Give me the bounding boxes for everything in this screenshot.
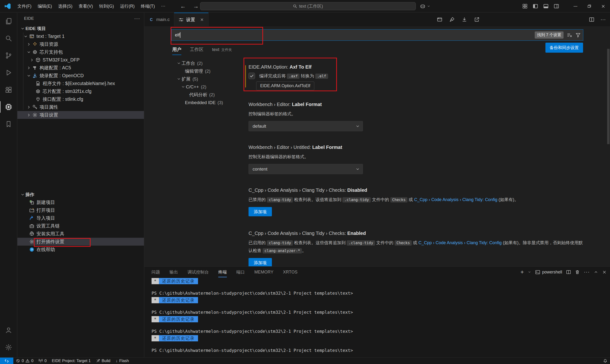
serial-port-status[interactable]: 0 [36,358,49,364]
panel-tab-端口[interactable]: 端口 [236,267,245,277]
tree-item-action-1[interactable]: 打开项目 [17,206,144,214]
menu-item[interactable]: 编辑(E) [35,2,55,11]
add-item-button[interactable]: 添加项 [248,258,272,266]
tree-item-actions-section[interactable]: 操作 [17,191,144,198]
setting-select[interactable]: default [248,121,363,131]
tree-item-action-5[interactable]: 打开插件设置 [17,238,144,246]
tab-设置[interactable]: 设置 [174,13,208,26]
tree-item-project-2[interactable]: 芯片支持包 [17,48,144,56]
more-actions-icon[interactable]: ··· [134,16,140,21]
setting-select[interactable]: content [248,164,363,174]
menu-item[interactable]: 转到(G) [96,2,117,11]
eide-project-status[interactable]: EIDE Project: Target 1 [49,358,93,364]
close-icon[interactable] [200,18,204,22]
customize-layout-icon[interactable] [522,4,528,9]
tree-item-project-10[interactable]: 项目设置 [17,111,144,119]
activity-item-extensions[interactable] [0,81,17,98]
activity-item-eide-chip[interactable] [0,98,17,116]
split-terminal-icon[interactable] [566,270,571,274]
split-editor-icon[interactable] [589,17,594,22]
tree-item-project-8[interactable]: 接口配置 : stlink.cfg [17,95,144,103]
more-actions-icon[interactable]: ··· [600,17,606,22]
setting-link[interactable]: C_Cpp › Code Analysis › Clang Tidy: Conf… [414,197,497,202]
tree-item-project-6[interactable]: 01程序文件 : ${ExecutableName}.hex [17,79,144,87]
tree-item-project-0[interactable]: text : Target 1 [17,32,144,40]
menu-item[interactable]: 终端(T) [138,2,158,11]
activity-item-bookmark[interactable] [0,116,17,133]
menu-item[interactable]: 选择(S) [55,2,76,11]
tab-main.c[interactable]: Cmain.c [144,13,174,26]
terminal-output[interactable]: *还原的历史记录PS C:\github\Ashwatermelon-study… [152,278,608,357]
activity-item-source-control[interactable] [0,47,17,64]
panel-tab-XRTOS[interactable]: XRTOS [283,267,298,277]
activity-item-settings-gear[interactable] [0,339,17,356]
tree-item-action-0[interactable]: 新建项目 [17,198,144,206]
settings-search-input[interactable]: elf 找到 7 个设置 [171,29,583,41]
tree-item-project-9[interactable]: 项目属性 [17,103,144,111]
remote-indicator[interactable] [0,358,13,364]
tree-item-action-2[interactable]: 导入项目 [17,214,144,222]
menu-item[interactable]: 查看(V) [76,2,96,11]
toc-item-编辑管理[interactable]: 编辑管理(2) [171,67,243,75]
toc-item-Embedded IDE[interactable]: Embedded IDE(3) [171,99,243,106]
filter-icon[interactable] [575,32,581,38]
maximize-panel-icon[interactable] [594,270,598,274]
add-item-button[interactable]: 添加项 [248,207,272,216]
restore-button[interactable] [582,0,596,13]
toc-item-扩展[interactable]: 扩展(5) [171,75,243,83]
activity-item-search[interactable] [0,30,17,47]
open-preview-icon[interactable] [437,17,442,22]
notifications-bell[interactable] [600,358,610,364]
menu-item[interactable]: 运行(R) [117,2,138,11]
setting-link[interactable]: C_Cpp › Code Analysis › Clang Tidy: Conf… [418,240,502,245]
tree-item-project-4[interactable]: 构建配置 : AC5 [17,64,144,72]
minimize-button[interactable]: — [569,0,582,13]
scope-tab-工作区[interactable]: 工作区 [190,46,204,55]
panel-tab-终端[interactable]: 终端 [218,267,227,277]
clear-filters-icon[interactable] [567,32,572,38]
tree-item-project-5[interactable]: 烧录配置 : OpenOCD [17,72,144,79]
problems-status[interactable]: 0 0 [13,358,36,364]
tree-item-action-4[interactable]: 安装实用工具 [17,230,144,238]
more-actions-icon[interactable]: ··· [584,269,590,275]
tree-item-project-7[interactable]: 芯片配置 : stm32f1x.cfg [17,87,144,95]
activity-item-account[interactable] [0,322,17,339]
close-panel-icon[interactable] [602,270,607,274]
tree-item-action-3[interactable]: 设置工具链 [17,222,144,230]
activity-item-run-debug[interactable] [0,64,17,81]
export-icon[interactable] [474,17,480,22]
scope-tab-text[interactable]: text文件夹 [212,47,232,54]
menu-overflow[interactable]: ··· [158,2,169,10]
forward-arrow-icon[interactable]: → [193,3,199,9]
download-icon[interactable] [462,17,467,22]
toggle-panel-icon[interactable] [543,4,548,9]
checkbox[interactable] [248,73,255,79]
command-center-search[interactable]: text (工作区) [200,2,416,10]
close-window-button[interactable] [596,0,610,13]
scope-tab-用户[interactable]: 用户 [172,46,181,55]
toc-item-工作台[interactable]: 工作台(2) [171,59,243,67]
tree-item-action-6[interactable]: ?在线帮助 [17,246,144,253]
chevron-down-icon[interactable] [528,270,531,274]
panel-tab-输出[interactable]: 输出 [170,267,178,277]
tree-item-project-1[interactable]: 项目资源 [17,40,144,48]
flash-button[interactable]: ↓ Flash [113,358,131,364]
kill-terminal-icon[interactable] [575,270,580,274]
panel-tab-调试控制台[interactable]: 调试控制台 [188,267,209,277]
build-button[interactable]: Build [93,358,113,364]
menu-item[interactable]: 文件(F) [14,2,35,11]
toc-item-C/C++[interactable]: C/C++(2) [171,83,243,91]
terminal-instance-item[interactable]: powershell [535,270,562,275]
tree-item-project-3[interactable]: STM32F1xx_DFP [17,56,144,64]
panel-tab-MEMORY[interactable]: MEMORY [254,267,273,277]
backup-sync-settings-button[interactable]: 备份和同步设置 [545,43,583,53]
tree-item-eide-project-section[interactable]: EIDE 项目 [17,25,144,32]
panel-tab-问题[interactable]: 问题 [152,267,160,277]
toc-item-代码分析[interactable]: 代码分析(2) [171,91,243,99]
copilot-control[interactable] [420,0,430,13]
editor-scrollbar[interactable] [607,49,610,144]
toggle-secondary-sidebar-icon[interactable] [554,4,559,9]
clean-icon[interactable] [449,17,455,22]
back-arrow-icon[interactable]: ← [180,3,186,9]
toggle-sidebar-icon[interactable] [533,4,538,9]
